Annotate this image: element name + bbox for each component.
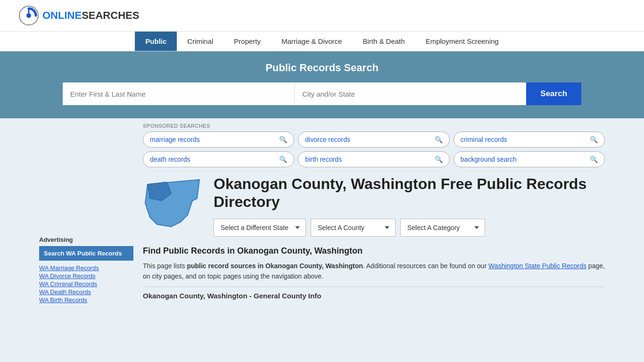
county-general-header: Okanogan County, Washington - General Co… [143, 287, 605, 300]
find-section-title: Find Public Records in Okanogan County, … [143, 246, 605, 256]
county-dropdown[interactable]: Select A County [311, 219, 396, 237]
search-form: Search [63, 82, 581, 105]
nav-item-marriage-divorce[interactable]: Marriage & Divorce [271, 32, 352, 51]
nav-item-birth-death[interactable]: Birth & Death [352, 32, 415, 51]
tag-background[interactable]: background search 🔍 [454, 151, 605, 167]
logo-text: ONLINESEARCHES [42, 9, 139, 22]
sidebar-ad-box[interactable]: Search WA Public Records [39, 246, 133, 261]
search-icon-marriage: 🔍 [279, 136, 287, 143]
search-icon-criminal: 🔍 [590, 136, 598, 143]
name-input[interactable] [63, 82, 295, 105]
sidebar-link-criminal[interactable]: WA Criminal Records [39, 280, 133, 288]
sidebar-links: WA Marriage Records WA Divorce Records W… [39, 264, 133, 304]
dropdowns-row: Select a Different State Select A County… [214, 219, 605, 237]
logo: ONLINESEARCHES [19, 6, 139, 25]
sidebar-link-marriage[interactable]: WA Marriage Records [39, 264, 133, 272]
tag-death[interactable]: death records 🔍 [143, 151, 294, 167]
main-content: Advertising Search WA Public Records WA … [30, 118, 614, 308]
content-area: SPONSORED SEARCHES marriage records 🔍 di… [143, 123, 605, 304]
sidebar-link-divorce[interactable]: WA Divorce Records [39, 272, 133, 280]
tag-marriage[interactable]: marriage records 🔍 [143, 132, 294, 148]
header: ONLINESEARCHES [0, 0, 644, 32]
find-section-text: This page lists public record sources in… [143, 261, 605, 282]
washington-map-svg [143, 175, 204, 231]
search-button[interactable]: Search [526, 82, 581, 105]
search-icon-birth: 🔍 [435, 156, 443, 163]
county-title: Okanogan County, Washington Free Public … [214, 175, 605, 211]
sidebar-link-death[interactable]: WA Death Records [39, 288, 133, 296]
search-banner-title: Public Records Search [19, 62, 625, 74]
wa-public-records-link[interactable]: Washington State Public Records [488, 262, 586, 270]
nav-item-public[interactable]: Public [135, 32, 177, 51]
tag-divorce[interactable]: divorce records 🔍 [298, 132, 449, 148]
search-icon-divorce: 🔍 [435, 136, 443, 143]
search-banner: Public Records Search Search [0, 51, 644, 118]
nav-item-property[interactable]: Property [223, 32, 271, 51]
sidebar: Advertising Search WA Public Records WA … [39, 123, 133, 304]
location-input[interactable] [295, 82, 526, 105]
nav-item-employment[interactable]: Employment Screening [415, 32, 509, 51]
tag-criminal[interactable]: criminal records 🔍 [454, 132, 605, 148]
sponsored-searches: SPONSORED SEARCHES marriage records 🔍 di… [143, 123, 605, 167]
nav-item-criminal[interactable]: Criminal [177, 32, 223, 51]
category-dropdown[interactable]: Select A Category [400, 219, 485, 237]
find-section: Find Public Records in Okanogan County, … [143, 246, 605, 300]
state-map [143, 175, 204, 233]
search-icon-death: 🔍 [279, 156, 287, 163]
find-text-part1: This page lists [143, 262, 187, 270]
search-icon-background: 🔍 [590, 156, 598, 163]
tag-birth[interactable]: birth records 🔍 [298, 151, 449, 167]
svg-point-1 [26, 13, 31, 18]
state-dropdown[interactable]: Select a Different State [214, 219, 306, 237]
county-info: Okanogan County, Washington Free Public … [214, 175, 605, 237]
sponsored-label: SPONSORED SEARCHES [143, 123, 605, 129]
logo-icon [19, 6, 39, 25]
find-text-part2: . Additional resources can be found on o… [363, 262, 488, 270]
find-text-bold: public record sources in Okanogan County… [187, 262, 363, 270]
sidebar-advertising-label: Advertising [39, 236, 133, 243]
county-section: Okanogan County, Washington Free Public … [143, 175, 605, 237]
search-tags-row1: marriage records 🔍 divorce records 🔍 cri… [143, 132, 605, 167]
main-nav: Public Criminal Property Marriage & Divo… [0, 32, 644, 51]
sidebar-link-birth[interactable]: WA Birth Records [39, 296, 133, 304]
